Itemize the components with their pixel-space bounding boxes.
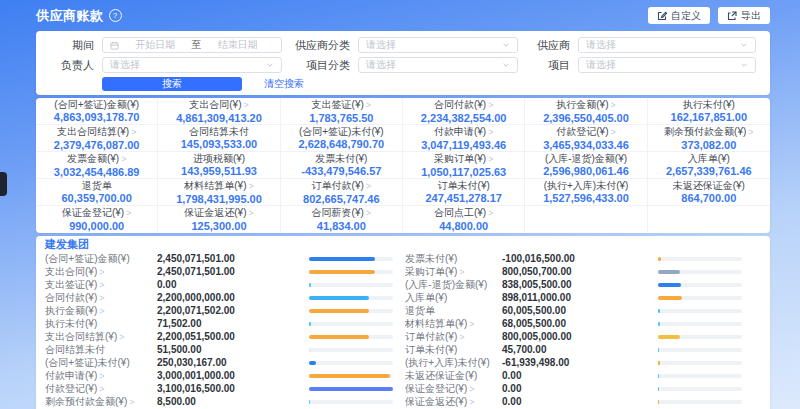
metric-cell[interactable]: 执行金额(¥)>2,396,550,405.00 bbox=[525, 98, 647, 125]
project-category-select[interactable]: 请选择 bbox=[358, 57, 518, 73]
customize-button[interactable]: 自定义 bbox=[648, 7, 710, 24]
metric-cell[interactable]: 订单付款(¥)>802,665,747.46 bbox=[281, 179, 403, 206]
row-label[interactable]: 付款申请(¥)> bbox=[45, 369, 157, 383]
row-label[interactable]: 支出合同结算(¥)> bbox=[45, 330, 157, 344]
row-value: 0.00 bbox=[157, 279, 176, 290]
export-button[interactable]: 导出 bbox=[718, 7, 770, 24]
row-bar-track bbox=[309, 400, 393, 404]
metric-value: 145,093,533.00 bbox=[181, 138, 257, 150]
chevron-right-icon: > bbox=[610, 127, 615, 137]
metric-cell[interactable]: 支出合同(¥)>4,861,309,413.20 bbox=[158, 98, 280, 125]
search-button[interactable]: 搜索 bbox=[102, 77, 242, 91]
row-value: 71,502.00 bbox=[157, 318, 202, 329]
owner-select[interactable]: 请选择 bbox=[102, 57, 282, 73]
account-row: 未返还保证金(¥)0.00 bbox=[405, 369, 742, 382]
account-row: 采购订单(¥)>800,050,700.00 bbox=[405, 265, 742, 278]
row-label: 退货单 bbox=[405, 304, 502, 318]
row-label[interactable]: 保证金登记(¥)> bbox=[405, 382, 502, 396]
metric-cell[interactable]: 采购订单(¥)>1,050,117,025.63 bbox=[403, 152, 525, 179]
metric-cell[interactable]: 发票金额(¥)>3,032,454,486.89 bbox=[36, 152, 158, 179]
row-label[interactable]: 剩余预付款金额(¥)> bbox=[45, 395, 157, 409]
metric-label: 合同点工(¥)> bbox=[434, 207, 494, 219]
metric-label: 执行金额(¥)> bbox=[556, 99, 616, 111]
row-value: 0.00 bbox=[502, 370, 521, 381]
row-value: 68,005,500.00 bbox=[502, 318, 566, 329]
row-label: (合同+签证)未付(¥) bbox=[45, 356, 157, 370]
metric-cell[interactable]: 剩余预付款金额(¥)>373,082.00 bbox=[648, 125, 770, 152]
row-bar bbox=[658, 361, 660, 365]
metric-label: 未返还保证金(¥) bbox=[673, 180, 745, 191]
metric-cell[interactable]: 合同付款(¥)>2,234,382,554.00 bbox=[403, 98, 525, 125]
metric-label: 支出合同(¥)> bbox=[189, 99, 249, 111]
metric-cell[interactable]: 合同薪资(¥)>41,834.00 bbox=[281, 206, 403, 233]
row-bar bbox=[309, 361, 316, 365]
chevron-down-icon bbox=[740, 41, 748, 49]
clear-search-link[interactable]: 清空搜索 bbox=[264, 77, 304, 91]
account-row: 合同付款(¥)>2,200,000,000.00 bbox=[45, 291, 393, 304]
supplier-select[interactable]: 请选择 bbox=[578, 37, 756, 53]
row-label[interactable]: 支出签证(¥)> bbox=[45, 278, 157, 292]
chevron-right-icon: > bbox=[121, 154, 126, 164]
metric-value: 1,798,431,995.00 bbox=[176, 193, 262, 205]
period-range-input[interactable]: 开始日期 至 结束日期 bbox=[102, 37, 282, 53]
metric-cell: 发票未付(¥)-433,479,546.57 bbox=[281, 152, 403, 179]
row-label: 入库单(¥) bbox=[405, 291, 502, 305]
row-label[interactable]: 材料结算单(¥)> bbox=[405, 317, 502, 331]
row-value: -61,939,498.00 bbox=[502, 357, 569, 368]
row-label[interactable]: 保证金返还(¥)> bbox=[405, 395, 502, 409]
metric-cell: 退货单60,359,700.00 bbox=[36, 179, 158, 206]
row-label[interactable]: 合同付款(¥)> bbox=[45, 291, 157, 305]
metric-label: 订单付款(¥)> bbox=[312, 180, 372, 192]
account-row: 合同结算未付51,500.00 bbox=[45, 343, 393, 356]
start-date-placeholder[interactable]: 开始日期 bbox=[119, 38, 192, 52]
account-row: 退货单60,005,500.00 bbox=[405, 304, 742, 317]
help-icon[interactable]: ? bbox=[109, 9, 122, 22]
row-label[interactable]: 付款登记(¥)> bbox=[45, 382, 157, 396]
chevron-right-icon: > bbox=[748, 127, 753, 137]
calendar-icon bbox=[110, 41, 119, 50]
metric-cell[interactable]: 保证金返还(¥)>125,300.00 bbox=[158, 206, 280, 233]
row-value: 3,100,016,500.00 bbox=[157, 383, 235, 394]
row-value: 2,200,071,502.00 bbox=[157, 305, 235, 316]
row-label[interactable]: 采购订单(¥)> bbox=[405, 265, 502, 279]
side-panel-handle[interactable] bbox=[0, 172, 7, 196]
metric-label: 合同薪资(¥)> bbox=[312, 207, 372, 219]
group-columns: (合同+签证)金额(¥)2,450,071,501.00支出合同(¥)>2,45… bbox=[45, 252, 742, 409]
metric-value: 4,863,093,178.70 bbox=[54, 111, 140, 123]
chevron-down-icon bbox=[266, 61, 274, 69]
project-select[interactable]: 请选择 bbox=[578, 57, 756, 73]
metric-value: 41,834.00 bbox=[317, 220, 366, 232]
row-value: 0.00 bbox=[502, 383, 521, 394]
metric-cell[interactable]: 合同点工(¥)>44,800.00 bbox=[403, 206, 525, 233]
export-label: 导出 bbox=[741, 9, 761, 23]
row-label[interactable]: 订单付款(¥)> bbox=[405, 330, 502, 344]
metric-cell[interactable]: 付款申请(¥)>3,047,119,493.46 bbox=[403, 125, 525, 152]
chevron-right-icon: > bbox=[469, 397, 474, 407]
group-column-left: (合同+签证)金额(¥)2,450,071,501.00支出合同(¥)>2,45… bbox=[45, 252, 393, 409]
account-row: 支出合同(¥)>2,450,071,501.00 bbox=[45, 265, 393, 278]
metric-cell[interactable]: 支出签证(¥)>1,783,765.50 bbox=[281, 98, 403, 125]
metric-cell[interactable]: 付款登记(¥)>3,465,934,033.46 bbox=[525, 125, 647, 152]
metric-cell[interactable]: 保证金登记(¥)>990,000.00 bbox=[36, 206, 158, 233]
metric-cell: 合同结算未付145,093,533.00 bbox=[158, 125, 280, 152]
end-date-placeholder[interactable]: 结束日期 bbox=[202, 38, 275, 52]
row-label: 未返还保证金(¥) bbox=[405, 369, 502, 383]
row-bar-track bbox=[309, 296, 393, 300]
supplier-label: 供应商 bbox=[528, 38, 570, 53]
metric-label: 付款登记(¥)> bbox=[556, 126, 616, 138]
chevron-down-icon bbox=[502, 41, 510, 49]
chevron-right-icon: > bbox=[99, 371, 104, 381]
row-bar bbox=[658, 374, 659, 378]
metric-cell: 订单未付(¥)247,451,278.17 bbox=[403, 179, 525, 206]
metric-value: 162,167,851.00 bbox=[671, 111, 747, 123]
row-bar-track bbox=[309, 309, 393, 313]
project-category-label: 项目分类 bbox=[292, 58, 350, 73]
date-separator: 至 bbox=[192, 38, 202, 52]
row-label[interactable]: 支出合同(¥)> bbox=[45, 265, 157, 279]
metric-label: 合同付款(¥)> bbox=[434, 99, 494, 111]
supplier-category-select[interactable]: 请选择 bbox=[358, 37, 518, 53]
metric-cell[interactable]: 支出合同结算(¥)>2,379,476,087.00 bbox=[36, 125, 158, 152]
metric-label: (合同+签证)金额(¥) bbox=[54, 99, 139, 110]
metric-cell[interactable]: 材料结算单(¥)>1,798,431,995.00 bbox=[158, 179, 280, 206]
row-label[interactable]: 执行金额(¥)> bbox=[45, 304, 157, 318]
